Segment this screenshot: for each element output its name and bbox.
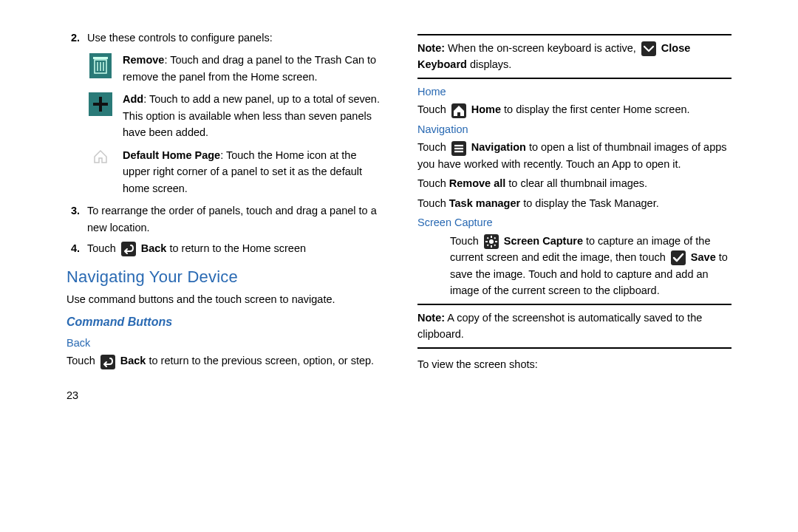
divider: [417, 304, 732, 305]
svg-rect-7: [454, 145, 463, 146]
trash-icon-cell: [87, 52, 114, 85]
divider: [417, 347, 732, 349]
step-2-number: 2.: [66, 30, 80, 46]
home-outline-icon: [92, 149, 109, 165]
right-column: Note: When the on-screen keyboard is act…: [417, 30, 732, 403]
home-para-label: Home: [471, 103, 501, 115]
view-screenshots-text: To view the screen shots:: [417, 356, 732, 372]
removeall-post: to clear all thumbnail images.: [505, 177, 647, 189]
save-label: Save: [691, 251, 716, 263]
capture-pre: Touch: [450, 235, 482, 247]
step-3-number: 3.: [66, 202, 80, 236]
remove-all-paragraph: Touch Remove all to clear all thumbnail …: [417, 175, 732, 191]
step-3: 3. To rearrange the order of panels, tou…: [66, 202, 381, 236]
taskmgr-label: Task manager: [449, 197, 520, 209]
default-home-text: Default Home Page: Touch the Home icon a…: [123, 147, 381, 197]
back-icon: [100, 355, 115, 369]
chevron-down-icon: [641, 41, 656, 56]
note2-label: Note:: [417, 312, 445, 324]
note-close-keyboard: Note: When the on-screen keyboard is act…: [417, 40, 732, 73]
home-icon: [451, 103, 466, 118]
step-4-body: Touch Back to return to the Home screen: [87, 240, 381, 256]
svg-rect-12: [491, 245, 492, 248]
navigation-subheading: Navigation: [417, 121, 732, 137]
back-para-pre: Touch: [66, 355, 98, 366]
svg-rect-13: [485, 241, 488, 242]
default-home-label: Default Home Page: [123, 149, 220, 161]
back-subheading: Back: [66, 335, 381, 351]
taskmgr-pre: Touch: [417, 197, 449, 209]
svg-rect-17: [487, 244, 489, 246]
add-row: Add: Touch to add a new panel, up to a t…: [87, 91, 381, 140]
navigating-heading: Navigating Your Device: [66, 265, 381, 290]
step-3-text: To rearrange the order of panels, touch …: [87, 202, 381, 236]
back-para-post: to return to the previous screen, option…: [146, 355, 374, 366]
left-column: 2. Use these controls to configure panel…: [66, 30, 381, 403]
remove-label: Remove: [123, 54, 164, 66]
remove-text: Remove: Touch and drag a panel to the Tr…: [123, 52, 381, 85]
step-4-post: to return to the Home screen: [166, 242, 306, 254]
screen-capture-subheading: Screen Capture: [417, 214, 732, 231]
screen-capture-paragraph: Touch Screen Capture to capture an image…: [450, 233, 732, 299]
step-4-pre: Touch: [87, 242, 119, 254]
add-label: Add: [123, 93, 143, 105]
back-para-label: Back: [120, 355, 146, 366]
two-column-layout: 2. Use these controls to configure panel…: [66, 30, 732, 403]
navigation-paragraph: Touch Navigation to open a list of thumb…: [417, 139, 732, 172]
trash-icon: [89, 53, 112, 78]
note2-text: A copy of the screenshot is automaticall…: [417, 312, 702, 340]
svg-rect-1: [93, 57, 108, 59]
divider: [417, 34, 732, 35]
capture-label: Screen Capture: [504, 235, 583, 247]
page-number: 23: [66, 387, 381, 403]
step-2-text: Use these controls to configure panels:: [87, 30, 381, 46]
add-icon: [89, 92, 112, 116]
home-outline-icon-cell: [87, 147, 114, 197]
home-paragraph: Touch Home to display the first center H…: [417, 101, 732, 117]
back-icon: [121, 242, 136, 256]
command-buttons-heading: Command Buttons: [66, 313, 381, 332]
note-clipboard: Note: A copy of the screenshot is automa…: [417, 310, 732, 343]
home-para-pre: Touch: [417, 103, 449, 115]
home-para-post: to display the first center Home screen.: [501, 103, 689, 115]
note1-pre: When the on-screen keyboard is active,: [445, 42, 639, 54]
step-4: 4. Touch Back to return to the Home scre…: [66, 240, 381, 256]
svg-rect-15: [487, 237, 489, 239]
remove-row: Remove: Touch and drag a panel to the Tr…: [87, 52, 381, 85]
svg-rect-9: [454, 151, 463, 152]
step-4-number: 4.: [66, 240, 80, 256]
back-paragraph: Touch Back to return to the previous scr…: [66, 352, 381, 369]
note1-post: displays.: [467, 58, 511, 70]
removeall-label: Remove all: [449, 177, 506, 189]
task-manager-paragraph: Touch Task manager to display the Task M…: [417, 195, 732, 211]
default-home-row: Default Home Page: Touch the Home icon a…: [87, 147, 381, 197]
step-4-label: Back: [141, 242, 167, 254]
nav-para-pre: Touch: [417, 141, 449, 153]
svg-rect-6: [93, 103, 108, 106]
svg-rect-18: [494, 244, 496, 246]
navigating-intro: Use command buttons and the touch screen…: [66, 291, 381, 307]
note1-label: Note:: [417, 42, 445, 54]
divider: [417, 78, 732, 79]
svg-rect-16: [494, 237, 496, 239]
navigation-icon: [451, 141, 466, 156]
step-2: 2. Use these controls to configure panel…: [66, 30, 381, 46]
home-subheading: Home: [417, 83, 732, 100]
svg-point-10: [489, 239, 494, 244]
removeall-pre: Touch: [417, 177, 449, 189]
save-check-icon: [671, 250, 686, 265]
screen-capture-icon: [484, 234, 499, 249]
nav-para-label: Navigation: [471, 141, 526, 153]
svg-rect-11: [491, 236, 492, 238]
add-icon-cell: [87, 91, 114, 140]
add-desc: : Touch to add a new panel, up to a tota…: [123, 93, 380, 138]
add-text: Add: Touch to add a new panel, up to a t…: [123, 91, 381, 140]
svg-rect-8: [454, 148, 463, 149]
svg-rect-14: [495, 241, 497, 242]
taskmgr-post: to display the Task Manager.: [520, 197, 659, 209]
